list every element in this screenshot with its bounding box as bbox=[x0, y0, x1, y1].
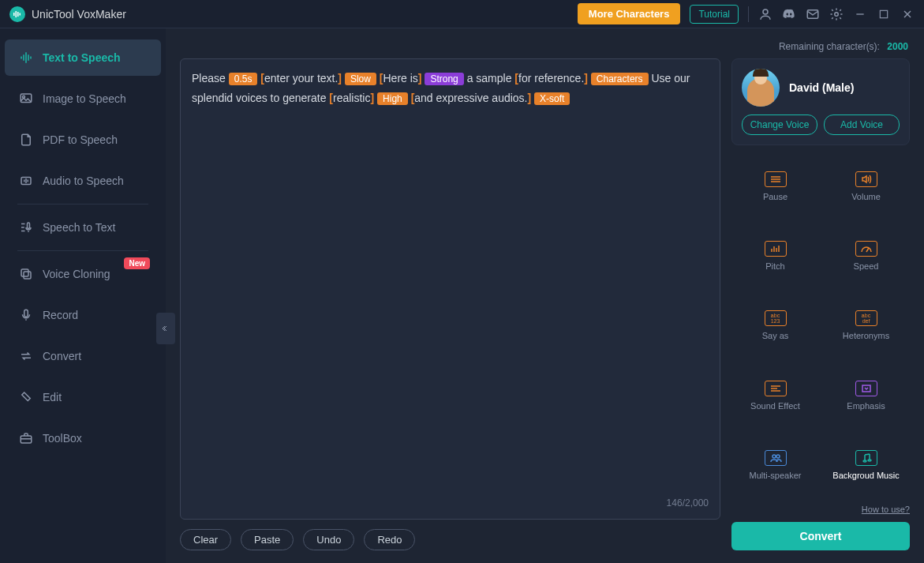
nav-pdf-to-speech[interactable]: PDF to Speech bbox=[5, 122, 161, 158]
tool-background-music[interactable]: Backgroud Music bbox=[822, 432, 910, 498]
app-header: UnicTool VoxMaker More Characters Tutori… bbox=[0, 0, 924, 28]
tutorial-button[interactable]: Tutorial bbox=[690, 5, 739, 24]
tool-label: Pitch bbox=[765, 261, 784, 271]
tool-label: Volume bbox=[851, 192, 881, 201]
header-right: More Characters Tutorial bbox=[578, 3, 915, 24]
right-panel: David (Male) Change Voice Add Voice Paus… bbox=[731, 58, 910, 550]
discord-icon[interactable] bbox=[782, 7, 796, 21]
volume-tag[interactable]: X-soft bbox=[534, 92, 570, 105]
toolbox-icon bbox=[19, 431, 33, 445]
settings-icon[interactable] bbox=[829, 7, 844, 21]
text: for reference. bbox=[518, 72, 584, 84]
sidebar: Text to Speech Image to Speech PDF to Sp… bbox=[0, 28, 166, 563]
text: Here is bbox=[383, 72, 417, 84]
nav-label: Image to Speech bbox=[43, 92, 126, 105]
nav-edit[interactable]: Edit bbox=[5, 379, 161, 415]
sayas-tag[interactable]: Characters bbox=[591, 73, 649, 85]
volume-icon bbox=[855, 171, 877, 187]
editor-actions: Clear Paste Undo Redo bbox=[180, 529, 720, 550]
nav-label: PDF to Speech bbox=[43, 133, 118, 146]
nav-label: Speech to Text bbox=[43, 221, 115, 234]
svg-rect-17 bbox=[24, 310, 28, 317]
separator bbox=[17, 250, 148, 251]
speed-tag[interactable]: Slow bbox=[345, 73, 376, 85]
nav-text-to-speech[interactable]: Text to Speech bbox=[5, 39, 161, 76]
pause-tag[interactable]: 0.5s bbox=[229, 73, 258, 85]
speech-to-text-icon bbox=[19, 220, 33, 235]
background-music-icon bbox=[855, 450, 877, 466]
tool-volume[interactable]: Volume bbox=[822, 153, 910, 220]
svg-rect-16 bbox=[24, 272, 31, 279]
remaining-characters: Remaining character(s): 2000 bbox=[180, 41, 910, 52]
text-editor[interactable]: Please 0.5s [enter your text.] Slow [Her… bbox=[180, 58, 720, 520]
text: enter your text. bbox=[264, 72, 338, 84]
add-voice-button[interactable]: Add Voice bbox=[824, 114, 900, 135]
emphasis-icon bbox=[855, 381, 877, 396]
svg-rect-14 bbox=[28, 223, 30, 229]
convert-button[interactable]: Convert bbox=[731, 522, 910, 550]
tool-say-as[interactable]: abc123 Say as bbox=[731, 292, 819, 358]
multi-speaker-icon bbox=[765, 450, 787, 466]
nav-voice-cloning[interactable]: New Voice Cloning bbox=[5, 256, 161, 292]
tool-label: Backgroud Music bbox=[832, 471, 899, 480]
clear-button[interactable]: Clear bbox=[180, 529, 231, 550]
speed-icon bbox=[855, 241, 877, 257]
emphasis-tag[interactable]: Strong bbox=[425, 73, 463, 85]
svg-rect-3 bbox=[20, 13, 21, 15]
nav-label: ToolBox bbox=[43, 432, 82, 445]
nav-record[interactable]: Record bbox=[5, 297, 161, 333]
tool-multi-speaker[interactable]: Multi-speaker bbox=[731, 432, 819, 498]
main-content: Remaining character(s): 2000 Please 0.5s… bbox=[166, 28, 924, 563]
pitch-tag[interactable]: High bbox=[377, 92, 408, 105]
maximize-icon[interactable] bbox=[877, 7, 891, 21]
edit-icon bbox=[19, 390, 33, 404]
remaining-label: Remaining character(s): bbox=[779, 41, 880, 52]
nav-label: Record bbox=[43, 309, 78, 321]
image-icon bbox=[19, 92, 33, 106]
svg-point-6 bbox=[835, 12, 839, 16]
user-icon[interactable] bbox=[758, 7, 772, 21]
audio-icon bbox=[19, 174, 33, 188]
nav-speech-to-text[interactable]: Speech to Text bbox=[5, 209, 161, 246]
collapse-toggle[interactable] bbox=[156, 313, 175, 344]
tool-pause[interactable]: Pause bbox=[731, 153, 819, 220]
separator bbox=[748, 6, 749, 22]
app-logo-icon bbox=[9, 6, 25, 22]
nav-image-to-speech[interactable]: Image to Speech bbox=[5, 81, 161, 117]
more-characters-button[interactable]: More Characters bbox=[578, 3, 681, 24]
tool-heteronyms[interactable]: abcdef Heteronyms bbox=[822, 292, 910, 358]
change-voice-button[interactable]: Change Voice bbox=[742, 114, 817, 135]
say-as-icon: abc123 bbox=[765, 310, 787, 326]
cloning-icon bbox=[19, 267, 33, 281]
nav-convert[interactable]: Convert bbox=[5, 338, 161, 374]
minimize-icon[interactable] bbox=[853, 7, 867, 21]
text: a sample bbox=[467, 72, 515, 84]
how-to-use-link[interactable]: How to use? bbox=[731, 505, 910, 514]
svg-point-30 bbox=[772, 455, 776, 458]
nav-audio-to-speech[interactable]: Audio to Speech bbox=[5, 163, 161, 199]
svg-point-4 bbox=[763, 9, 768, 14]
pdf-icon bbox=[19, 133, 33, 147]
text: realistic bbox=[333, 92, 370, 104]
tool-speed[interactable]: Speed bbox=[822, 223, 910, 289]
tool-label: Speed bbox=[854, 261, 879, 271]
tool-sound-effect[interactable]: Sound Effect bbox=[731, 362, 819, 429]
mail-icon[interactable] bbox=[806, 7, 820, 21]
tool-label: Say as bbox=[762, 331, 789, 340]
nav-label: Convert bbox=[43, 350, 81, 362]
nav-label: Voice Cloning bbox=[43, 268, 110, 280]
tool-pitch[interactable]: Pitch bbox=[731, 223, 819, 289]
undo-button[interactable]: Undo bbox=[303, 529, 354, 550]
svg-rect-15 bbox=[21, 269, 28, 276]
redo-button[interactable]: Redo bbox=[364, 529, 415, 550]
nav-toolbox[interactable]: ToolBox bbox=[5, 420, 161, 456]
record-icon bbox=[19, 308, 33, 322]
separator bbox=[17, 204, 148, 205]
voice-avatar bbox=[742, 69, 780, 107]
close-icon[interactable] bbox=[900, 7, 915, 21]
editor-column: Please 0.5s [enter your text.] Slow [Her… bbox=[180, 58, 720, 550]
chevron-left-icon bbox=[161, 324, 170, 333]
svg-rect-8 bbox=[880, 10, 887, 17]
paste-button[interactable]: Paste bbox=[241, 529, 294, 550]
tool-emphasis[interactable]: Emphasis bbox=[822, 362, 910, 429]
